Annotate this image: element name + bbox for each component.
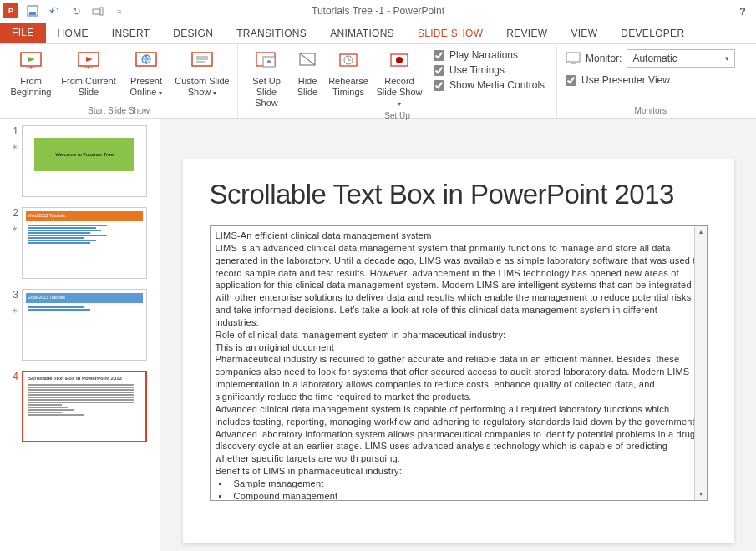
tab-home[interactable]: HOME — [46, 23, 100, 43]
title-bar: P ↶ ↻ = Tutorials Tree -1 - PowerPoint ? — [0, 0, 756, 22]
monitor-row: Monitor: Automatic▾ — [566, 49, 735, 68]
thumb-row-1: 1✶ Welcome to Tutorials Tree — [3, 125, 156, 197]
thumb-number: 1 — [13, 125, 18, 137]
svg-rect-2 — [93, 9, 99, 14]
quick-access-toolbar: P ↶ ↻ = — [0, 3, 127, 18]
text-line: Advanced clinical data management system… — [216, 403, 702, 465]
undo-icon[interactable]: ↶ — [47, 3, 62, 18]
monitor-icon — [566, 52, 581, 65]
animation-star-icon: ✶ — [11, 142, 18, 153]
tab-slideshow[interactable]: SLIDE SHOW — [406, 23, 495, 43]
thumbnail-panel[interactable]: 1✶ Welcome to Tutorials Tree 2✶ Word 201… — [0, 119, 160, 551]
svg-rect-30 — [566, 53, 580, 62]
bullet-line: Compound management — [216, 490, 702, 501]
show-media-checkbox[interactable]: Show Media Controls — [434, 79, 545, 91]
group-monitors-label: Monitors — [566, 104, 735, 118]
from-current-button[interactable]: From Current Slide — [57, 46, 120, 98]
thumb-row-3: 3✶ Excel 2013 Tutorials — [3, 289, 156, 361]
qat-more-icon[interactable]: = — [112, 3, 127, 18]
slide-title[interactable]: Scrollable Text Box in PowerPoint 2013 — [210, 179, 708, 210]
tab-developer[interactable]: DEVELOPER — [609, 23, 696, 43]
tab-view[interactable]: VIEW — [559, 23, 609, 43]
text-line: Role of clinical data management system … — [216, 329, 702, 341]
slide-thumbnail-1[interactable]: Welcome to Tutorials Tree — [22, 125, 147, 197]
svg-rect-1 — [29, 12, 36, 15]
group-monitors: Monitor: Automatic▾ Use Presenter View M… — [557, 44, 743, 118]
text-line: Benefits of LIMS in pharmaceutical indus… — [216, 465, 702, 478]
group-setup-label: Set Up — [243, 109, 551, 123]
from-beginning-button[interactable]: From Beginning — [5, 46, 57, 98]
hide-slide-icon — [294, 48, 321, 74]
text-line: LIMS-An efficient clinical data manageme… — [216, 230, 702, 242]
group-set-up: Set Up Slide Show Hide Slide Rehearse Ti… — [238, 44, 557, 118]
text-line: This is an original document — [216, 341, 702, 354]
monitor-select[interactable]: Automatic▾ — [627, 49, 735, 68]
play-narrations-label: Play Narrations — [449, 49, 518, 61]
svg-line-23 — [300, 53, 315, 65]
thumb2-header: Word 2013 Tutorials — [26, 211, 143, 221]
presenter-view-checkbox[interactable]: Use Presenter View — [566, 74, 735, 86]
svg-rect-3 — [100, 8, 103, 15]
set-up-label: Set Up Slide Show — [245, 76, 288, 109]
rehearse-icon — [335, 48, 362, 74]
custom-slideshow-button[interactable]: Custom Slide Show ▾ — [172, 46, 232, 99]
thumb3-content — [28, 306, 141, 311]
chevron-down-icon: ▾ — [725, 54, 729, 63]
text-line: Pharmaceutical industry is required to g… — [216, 353, 702, 402]
thumb-row-2: 2✶ Word 2013 Tutorials — [3, 207, 156, 279]
svg-marker-5 — [28, 57, 35, 62]
help-button[interactable]: ? — [739, 5, 756, 18]
thumb3-header: Excel 2013 Tutorials — [26, 293, 143, 303]
thumb-number: 2 — [13, 207, 18, 219]
show-media-label: Show Media Controls — [449, 79, 545, 91]
use-timings-label: Use Timings — [449, 64, 505, 76]
play-from-start-icon — [18, 48, 44, 74]
slide-thumbnail-3[interactable]: Excel 2013 Tutorials — [22, 289, 147, 361]
ribbon: From Beginning From Current Slide Presen… — [0, 43, 756, 119]
thumb4-title: Scrollable Text Box in PowerPoint 2013 — [28, 376, 122, 381]
thumb2-content — [28, 225, 141, 244]
play-from-current-icon — [75, 48, 102, 74]
window-title: Tutorials Tree -1 - PowerPoint — [312, 5, 444, 17]
tab-file[interactable]: FILE — [0, 23, 46, 43]
tab-review[interactable]: REVIEW — [495, 23, 559, 43]
monitor-value: Automatic — [632, 53, 677, 64]
slide-thumbnail-2[interactable]: Word 2013 Tutorials — [22, 207, 147, 279]
tab-transitions[interactable]: TRANSITIONS — [225, 23, 318, 43]
tab-insert[interactable]: INSERT — [100, 23, 162, 43]
redo-icon[interactable]: ↻ — [68, 3, 84, 18]
scrollable-text-box[interactable]: LIMS-An efficient clinical data manageme… — [210, 225, 708, 501]
thumb-row-4: 4 Scrollable Text Box in PowerPoint 2013 — [3, 371, 156, 442]
touch-mode-icon[interactable] — [90, 3, 105, 18]
svg-marker-9 — [86, 57, 93, 62]
group-start-slideshow: From Beginning From Current Slide Presen… — [0, 44, 238, 118]
slide-canvas[interactable]: Scrollable Text Box in PowerPoint 2013 L… — [183, 159, 734, 543]
app-icon: P — [3, 3, 18, 18]
tab-animations[interactable]: ANIMATIONS — [318, 23, 406, 43]
rehearse-timings-button[interactable]: Rehearse Timings — [325, 46, 372, 98]
animation-star-icon: ✶ — [11, 306, 18, 316]
hide-slide-button[interactable]: Hide Slide — [290, 46, 325, 98]
hide-slide-label: Hide Slide — [292, 76, 323, 98]
record-label: Record Slide Show ▾ — [373, 76, 425, 109]
thumb1-banner: Welcome to Tutorials Tree — [34, 138, 134, 171]
record-slideshow-button[interactable]: Record Slide Show ▾ — [372, 46, 427, 109]
present-online-button[interactable]: Present Online ▾ — [120, 46, 172, 99]
slide-editor[interactable]: Scrollable Text Box in PowerPoint 2013 L… — [160, 119, 756, 551]
slide-thumbnail-4[interactable]: Scrollable Text Box in PowerPoint 2013 — [22, 371, 147, 442]
use-timings-checkbox[interactable]: Use Timings — [434, 64, 545, 76]
textbox-scrollbar[interactable]: ▴ ▾ — [694, 226, 707, 500]
monitor-label: Monitor: — [586, 53, 622, 64]
tab-design[interactable]: DESIGN — [161, 23, 225, 43]
thumb-number: 4 — [13, 371, 18, 382]
ribbon-tabs: FILE HOME INSERT DESIGN TRANSITIONS ANIM… — [0, 22, 756, 43]
set-up-slideshow-button[interactable]: Set Up Slide Show — [243, 46, 290, 109]
scroll-down-icon[interactable]: ▾ — [695, 488, 707, 500]
svg-point-21 — [267, 60, 271, 63]
setup-icon — [253, 48, 280, 74]
scroll-up-icon[interactable]: ▴ — [695, 226, 707, 238]
play-narrations-checkbox[interactable]: Play Narrations — [434, 49, 545, 61]
animation-star-icon: ✶ — [11, 224, 18, 235]
workspace: 1✶ Welcome to Tutorials Tree 2✶ Word 201… — [0, 119, 756, 551]
save-icon[interactable] — [25, 3, 40, 18]
